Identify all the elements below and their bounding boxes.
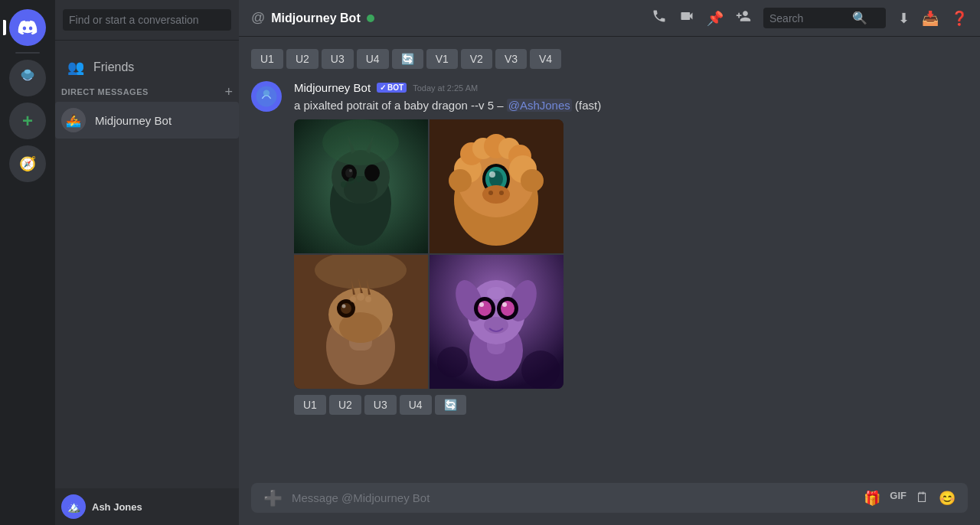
u1-button[interactable]: U1 [294,395,326,415]
svg-point-17 [322,119,399,165]
refresh-button[interactable]: 🔄 [435,395,466,415]
topbar: @ Midjourney Bot 📌 [239,0,980,37]
help-button[interactable]: ❓ [951,10,968,27]
midjourney-avatar: 🚣 [61,108,86,132]
mention-tag: @AshJones [507,99,572,112]
svg-point-28 [449,169,472,192]
svg-point-53 [437,347,468,377]
topbar-search-box[interactable]: 🔍 [763,8,886,28]
video-button[interactable] [679,8,694,28]
svg-point-45 [357,293,364,301]
svg-point-46 [365,296,371,302]
svg-point-43 [341,303,351,314]
add-friend-button[interactable] [736,8,751,28]
dm-header: DIRECT MESSAGES + [55,85,239,102]
prev-u4-button[interactable]: U4 [357,49,389,69]
u2-button[interactable]: U2 [329,395,361,415]
search-input[interactable] [63,9,231,31]
message-group-main: Midjourney Bot ✓ BOT Today at 2:25 AM a … [239,78,980,418]
svg-point-14 [356,176,362,182]
svg-point-61 [478,301,492,316]
input-right-icons: 🎁 GIF 🗒 😊 [864,490,956,507]
pin-button[interactable]: 📌 [707,10,724,27]
svg-point-36 [499,191,504,195]
prev-u3-button[interactable]: U3 [322,49,354,69]
svg-point-35 [488,191,493,195]
message-input[interactable] [292,483,854,513]
gift-button[interactable]: 🎁 [864,490,880,507]
message-suffix: (fast) [575,99,601,112]
channel-name: Midjourney Bot [271,11,360,25]
sidebar: 👥 Friends DIRECT MESSAGES + 🚣 Midjourney… [55,0,239,525]
u4-button[interactable]: U4 [400,395,432,415]
topbar-search-input[interactable] [769,12,846,24]
message-header: Midjourney Bot ✓ BOT Today at 2:25 AM [294,81,968,94]
dm-item-midjourney[interactable]: 🚣 Midjourney Bot [55,102,239,139]
image-cell-2[interactable] [430,119,564,253]
messages-area: U1 U2 U3 U4 🔄 V1 V2 V3 V4 Midjourney Bot [239,37,980,483]
svg-point-47 [350,296,356,302]
svg-point-65 [502,302,507,307]
svg-point-3 [263,90,270,96]
message-author: Midjourney Bot [294,81,371,94]
topbar-actions: 📌 🔍 ⬇ 📥 ❓ [652,8,968,28]
user-panel: 🏔️ Ash Jones [55,488,239,525]
svg-point-34 [482,185,510,204]
prev-refresh-button[interactable]: 🔄 [392,49,423,69]
prev-v2-button[interactable]: V2 [461,49,492,69]
download-button[interactable]: ⬇ [898,10,910,27]
friends-icon: 👥 [67,59,84,76]
add-dm-button[interactable]: + [224,85,233,99]
sticker-button[interactable]: 🗒 [916,490,929,507]
action-buttons-row: U1 U2 U3 U4 🔄 [294,395,968,415]
online-status-dot [367,15,374,22]
image-cell-4[interactable] [430,255,564,389]
svg-point-1 [24,70,31,74]
message-input-area: ➕ 🎁 GIF 🗒 😊 [239,483,980,525]
prev-v3-button[interactable]: V3 [495,49,527,69]
prev-action-buttons-row: U1 U2 U3 U4 🔄 V1 V2 V3 V4 [239,49,980,69]
u3-button[interactable]: U3 [364,395,397,415]
dm-name-midjourney: Midjourney Bot [95,114,172,127]
dm-section-label: DIRECT MESSAGES [61,87,149,96]
message-content: Midjourney Bot ✓ BOT Today at 2:25 AM a … [294,81,968,415]
message-timestamp: Today at 2:25 AM [413,83,478,93]
add-attachment-button[interactable]: ➕ [263,489,283,507]
svg-point-10 [349,169,352,172]
channel-header: @ Midjourney Bot [251,10,639,26]
add-server-button[interactable]: + [9,103,46,139]
discover-servers-button[interactable]: 🧭 [9,145,46,182]
search-bar-container [55,0,239,41]
bot-avatar [251,81,282,112]
emoji-button[interactable]: 😊 [939,490,956,507]
svg-point-12 [341,181,347,188]
check-icon: ✓ [380,83,386,92]
prev-v1-button[interactable]: V1 [426,49,458,69]
svg-point-44 [342,305,346,308]
user-avatar: 🏔️ [61,494,86,519]
image-cell-1[interactable] [294,119,428,253]
svg-point-64 [501,301,514,316]
server-icon-1[interactable] [9,60,46,96]
discord-home-button[interactable] [9,9,46,46]
prev-u1-button[interactable]: U1 [251,49,283,69]
svg-point-33 [489,171,495,178]
sidebar-item-friends[interactable]: 👥 Friends [61,53,233,82]
bot-badge: ✓ BOT [377,83,407,93]
call-button[interactable] [652,8,667,28]
image-cell-3[interactable] [294,255,428,389]
gif-button[interactable]: GIF [890,490,906,507]
prev-u2-button[interactable]: U2 [286,49,318,69]
icon-rail: + 🧭 [0,0,55,525]
message-text-content: a pixalted potrait of a baby dragon --v … [294,99,504,112]
prev-v4-button[interactable]: V4 [530,49,561,69]
search-icon: 🔍 [852,11,867,25]
friends-label: Friends [93,60,134,74]
rail-divider [15,52,40,54]
image-grid [294,119,564,389]
message-text: a pixalted potrait of a baby dragon --v … [294,97,968,113]
inbox-button[interactable]: 📥 [922,10,939,27]
username: Ash Jones [92,501,142,513]
svg-point-67 [487,287,505,299]
main-content: @ Midjourney Bot 📌 [239,0,980,525]
